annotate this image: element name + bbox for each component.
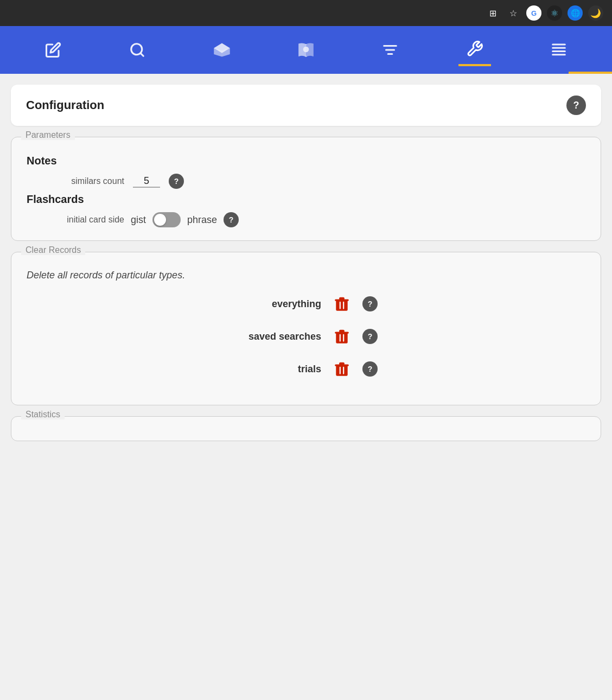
clear-trials-label: trials xyxy=(234,364,321,375)
svg-rect-24 xyxy=(335,364,349,366)
filter-button[interactable] xyxy=(374,34,406,66)
clear-records-description: Delete all records of particular types. xyxy=(27,270,585,281)
menu-button[interactable] xyxy=(543,34,575,66)
clear-saved-searches-label: saved searches xyxy=(234,331,321,342)
svg-rect-19 xyxy=(335,332,349,333)
flashcards-heading: Flashcards xyxy=(27,193,585,206)
configuration-card: Configuration ? xyxy=(11,85,601,126)
statistics-legend: Statistics xyxy=(21,410,65,419)
initial-card-side-label: initial card side xyxy=(37,215,124,225)
clear-records-section: Clear Records Delete all records of part… xyxy=(11,252,601,405)
svg-point-4 xyxy=(304,47,309,52)
custom-ext-icon[interactable]: 🌙 xyxy=(588,5,603,21)
learn-button[interactable] xyxy=(206,34,238,66)
statistics-section: Statistics xyxy=(11,416,601,441)
toolbar xyxy=(0,26,612,74)
grid-icon[interactable]: ⊞ xyxy=(485,5,500,21)
similars-count-help-button[interactable]: ? xyxy=(169,174,184,189)
similars-count-input[interactable] xyxy=(133,175,160,188)
initial-card-side-toggle[interactable] xyxy=(152,212,181,227)
globe-icon[interactable]: 🌐 xyxy=(568,5,583,21)
settings-button[interactable] xyxy=(458,34,491,66)
initial-card-side-help-button[interactable]: ? xyxy=(224,212,239,227)
svg-rect-12 xyxy=(336,300,347,311)
clear-everything-button[interactable] xyxy=(332,294,352,314)
edit-button[interactable] xyxy=(37,34,69,66)
clear-everything-help-button[interactable]: ? xyxy=(362,296,378,311)
svg-rect-14 xyxy=(335,299,349,301)
notes-heading: Notes xyxy=(27,155,585,167)
search-button[interactable] xyxy=(121,34,154,66)
parameters-section: Parameters Notes similars count ? Flashc… xyxy=(11,137,601,241)
initial-card-side-row: initial card side gist phrase ? xyxy=(27,212,585,227)
similars-count-label: similars count xyxy=(37,176,124,186)
similars-count-row: similars count ? xyxy=(27,174,585,189)
toggle-gist-label: gist xyxy=(131,214,146,226)
svg-rect-22 xyxy=(336,365,347,376)
svg-line-1 xyxy=(141,53,143,56)
parameters-legend: Parameters xyxy=(21,130,75,140)
clear-saved-searches-button[interactable] xyxy=(332,327,352,346)
google-translate-icon[interactable]: G xyxy=(526,5,541,21)
main-content: Configuration ? Parameters Notes similar… xyxy=(0,74,612,700)
star-icon[interactable]: ☆ xyxy=(506,5,521,21)
clear-trials-row: trials ? xyxy=(27,359,585,379)
clear-saved-searches-help-button[interactable]: ? xyxy=(362,329,378,344)
clear-everything-label: everything xyxy=(234,298,321,310)
read-button[interactable] xyxy=(290,34,322,66)
configuration-title: Configuration xyxy=(26,98,104,112)
clear-trials-button[interactable] xyxy=(332,359,352,379)
react-devtools-icon[interactable]: ⚛ xyxy=(547,5,562,21)
clear-records-legend: Clear Records xyxy=(21,245,85,255)
clear-everything-row: everything ? xyxy=(27,294,585,314)
clear-trials-help-button[interactable]: ? xyxy=(362,361,378,377)
toggle-phrase-label: phrase xyxy=(187,214,217,226)
browser-chrome: ⊞ ☆ G ⚛ 🌐 🌙 xyxy=(0,0,612,26)
clear-saved-searches-row: saved searches ? xyxy=(27,327,585,346)
configuration-help-button[interactable]: ? xyxy=(566,96,586,115)
svg-rect-17 xyxy=(336,333,347,343)
